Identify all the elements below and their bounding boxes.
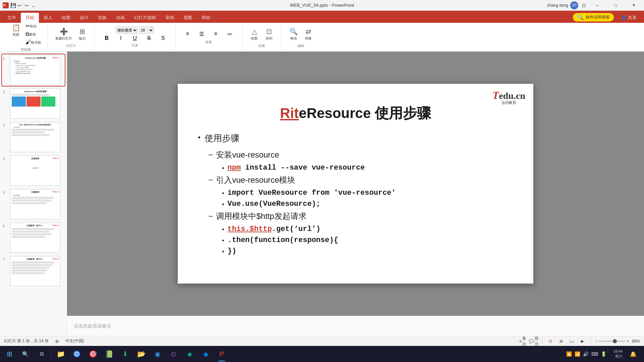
taskbar-search[interactable]: 🔍 bbox=[17, 346, 34, 362]
zoom-in-icon[interactable]: + bbox=[627, 339, 629, 344]
slide-thumb-2[interactable]: 2 VueResource使用拦截器 bbox=[2, 88, 65, 119]
replace-button[interactable]: ⇄ 替换 bbox=[302, 26, 315, 42]
volume-icon[interactable]: 🔊 bbox=[583, 351, 589, 357]
zoom-thumb bbox=[613, 339, 617, 343]
tab-home[interactable]: 开始 bbox=[21, 13, 39, 23]
reading-view-icon: 📖 bbox=[569, 339, 574, 344]
taskbar-app6[interactable]: ◈ bbox=[181, 346, 198, 362]
taskbar-file-explorer[interactable]: 📁 bbox=[53, 346, 69, 362]
comments-button[interactable]: 💬 批注 bbox=[530, 337, 538, 345]
align-left-button[interactable]: ≡ bbox=[181, 29, 194, 39]
bullet-l3-1: • npm install --save vue-resource bbox=[222, 164, 520, 172]
slide-thumb-1[interactable]: 1 VueResource使用步骤 • 使用步骤 – 安装vue-resourc… bbox=[2, 54, 65, 86]
paste-button[interactable]: 📋 粘贴 bbox=[9, 22, 23, 46]
find-button[interactable]: 🔍 查找 bbox=[287, 26, 300, 42]
notes-area[interactable]: 点击此处添加备注 bbox=[67, 316, 644, 336]
close-button[interactable]: ✕ bbox=[626, 0, 641, 11]
share-button[interactable]: 👤 共享 bbox=[616, 13, 641, 23]
format-painter-icon: 🖌 bbox=[25, 39, 31, 45]
ribbon-toggle-icon[interactable]: ⊡ bbox=[581, 2, 587, 8]
slide-thumb-5[interactable]: 5 过滤效果 Vue过滤器... Tedu.cn bbox=[2, 188, 65, 220]
search-bar[interactable]: 🔍 操作说明搜索 bbox=[573, 13, 614, 21]
taskbar-app4[interactable]: ◉ bbox=[149, 346, 165, 362]
font-family-select[interactable]: 微软雅黑 bbox=[116, 26, 138, 34]
normal-view-icon: ⊡ bbox=[549, 339, 552, 344]
align-center-button[interactable]: ☰ bbox=[195, 29, 208, 39]
layout-button[interactable]: ⊞ 版式 bbox=[75, 26, 89, 42]
slide-canvas[interactable]: T edu.cn 达内教育 RiteResource 使用步骤 • bbox=[178, 84, 533, 284]
battery-icon[interactable]: 🔋 bbox=[601, 351, 606, 357]
save-icon[interactable]: 💾 bbox=[10, 2, 16, 8]
taskbar-powerpoint[interactable]: P bbox=[214, 346, 230, 362]
tab-draw[interactable]: 绘图 bbox=[57, 13, 75, 23]
tab-review[interactable]: 审阅 bbox=[161, 13, 179, 23]
slide-thumb-3[interactable]: 3 练习: 使用VueResource实现列表数据请求 • 练习内容 bbox=[2, 121, 65, 153]
strikethrough-button[interactable]: S bbox=[142, 35, 156, 42]
tab-file[interactable]: 文件 bbox=[3, 13, 21, 23]
notes-icon: ≡ bbox=[519, 339, 522, 344]
tab-design[interactable]: 设计 bbox=[75, 13, 93, 23]
tab-insert[interactable]: 插入 bbox=[39, 13, 57, 23]
bullets-button[interactable]: ≔ bbox=[223, 29, 236, 39]
app-icon: P bbox=[3, 2, 9, 8]
tab-animations[interactable]: 动画 bbox=[111, 13, 129, 23]
clock[interactable]: 18:44 周六 bbox=[610, 349, 625, 359]
slideshow-button[interactable]: ▶ bbox=[579, 337, 587, 345]
shapes-icon: △ bbox=[252, 27, 257, 36]
bullet-code-3: Vue.use(VueResource); bbox=[227, 200, 320, 208]
cut-button[interactable]: ✂ 剪切 bbox=[24, 22, 42, 30]
shapes-button[interactable]: △ 绘图 bbox=[248, 26, 261, 42]
tab-view[interactable]: 视图 bbox=[179, 13, 197, 23]
taskbar-app3[interactable]: ⬇ bbox=[117, 346, 133, 362]
slide-thumb-6[interactable]: 6 过滤效果（练习1） Tedu.cn bbox=[2, 222, 65, 253]
bullet-dash-1: – bbox=[209, 150, 213, 159]
taskbar-app5[interactable]: ⊙ bbox=[165, 346, 181, 362]
taskbar-chrome[interactable] bbox=[69, 346, 85, 362]
zoom-slider[interactable] bbox=[599, 341, 626, 342]
italic-button[interactable]: I bbox=[114, 35, 127, 42]
format-painter-button[interactable]: 🖌 格式刷 bbox=[24, 39, 42, 46]
tab-slideshow[interactable]: 幻灯片放映 bbox=[129, 13, 161, 23]
bold-button[interactable]: B bbox=[100, 35, 113, 42]
new-slide-button[interactable]: ➕ 新建幻灯片 bbox=[53, 26, 74, 42]
normal-view-button[interactable]: ⊡ bbox=[546, 337, 554, 345]
taskbar-task-view[interactable]: ⧉ bbox=[34, 346, 50, 362]
keyboard-icon[interactable]: ⌨ bbox=[591, 351, 598, 357]
shadow-button[interactable]: S bbox=[156, 35, 170, 42]
copy-button[interactable]: ⧉ 复制 bbox=[24, 31, 42, 38]
user-info: zhang dong ZD bbox=[547, 1, 578, 9]
zoom-out-icon[interactable]: − bbox=[595, 339, 597, 344]
redo-icon[interactable]: ↪ bbox=[23, 2, 30, 8]
start-button[interactable]: ⊞ bbox=[1, 346, 17, 362]
taskbar-right: 🔼 📶 🔊 ⌨ 🔋 18:44 周六 🔔 bbox=[564, 346, 643, 362]
main-area: 1 VueResource使用步骤 • 使用步骤 – 安装vue-resourc… bbox=[0, 52, 644, 336]
underline-button[interactable]: U bbox=[128, 35, 142, 42]
taskbar-vscode[interactable]: ◆ bbox=[198, 346, 214, 362]
reading-view-button[interactable]: 📖 bbox=[568, 337, 576, 345]
wifi-icon[interactable]: 📶 bbox=[575, 351, 580, 357]
slide-thumb-7[interactable]: 7 过滤效果（练习2） Tedu.cn bbox=[2, 255, 65, 287]
font-size-select[interactable]: 28 bbox=[139, 26, 154, 34]
customize-icon[interactable]: ⌄ bbox=[30, 2, 36, 8]
bullet-dash-2: – bbox=[209, 175, 213, 184]
minimize-button[interactable]: ─ bbox=[590, 0, 605, 11]
maximize-button[interactable]: □ bbox=[608, 0, 623, 11]
taskbar-app2[interactable]: 📗 bbox=[101, 346, 117, 362]
slide-title-part2: 使用步骤 bbox=[375, 105, 431, 121]
align-right-button[interactable]: ≡ bbox=[209, 29, 222, 39]
taskbar-folder[interactable]: 📂 bbox=[133, 346, 149, 362]
undo-icon[interactable]: ↩ bbox=[17, 2, 23, 8]
share-icon: 👤 bbox=[621, 15, 627, 20]
title-bar: P 💾 ↩ ↪ ⌄ WEB_VUE_04.pptx - PowerPoint z… bbox=[0, 0, 644, 11]
slide-sorter-button[interactable]: ⊞ bbox=[557, 337, 565, 345]
taskbar-app1[interactable]: 🎯 bbox=[85, 346, 101, 362]
accessibility-icon[interactable]: ⊕ bbox=[54, 338, 60, 344]
tab-help[interactable]: 帮助 bbox=[197, 13, 215, 23]
arrange-button[interactable]: ⊡ 排列 bbox=[262, 26, 276, 42]
network-icon[interactable]: 🔼 bbox=[566, 351, 572, 357]
notification-button[interactable]: 🔔 bbox=[627, 346, 640, 362]
tab-transitions[interactable]: 切换 bbox=[93, 13, 111, 23]
notes-button[interactable]: ≡ 备注 bbox=[519, 337, 527, 345]
slide-num-2: 2 bbox=[3, 88, 8, 94]
slide-thumb-4[interactable]: 4 过渡效果 过渡效果 Tedu.cn bbox=[2, 155, 65, 186]
